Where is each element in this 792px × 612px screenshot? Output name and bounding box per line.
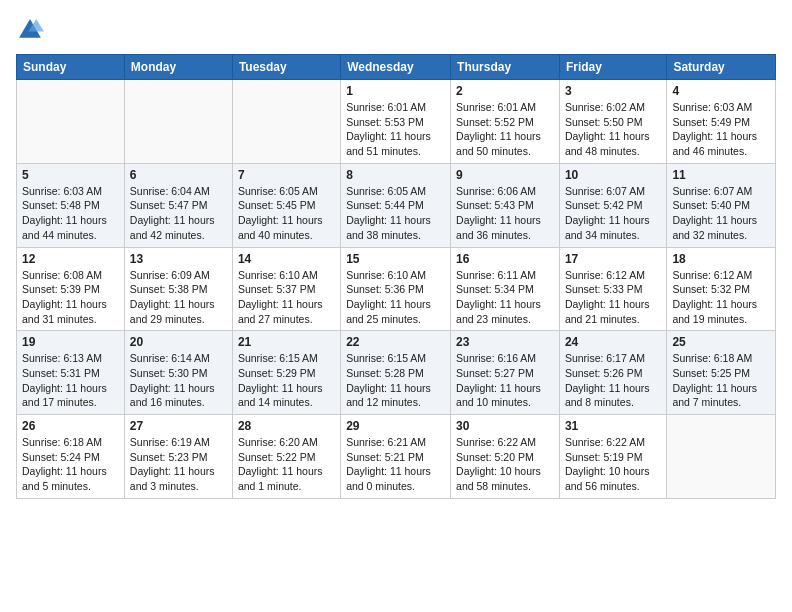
calendar-week-row: 5Sunrise: 6:03 AM Sunset: 5:48 PM Daylig…: [17, 163, 776, 247]
calendar-week-row: 19Sunrise: 6:13 AM Sunset: 5:31 PM Dayli…: [17, 331, 776, 415]
calendar-cell: 8Sunrise: 6:05 AM Sunset: 5:44 PM Daylig…: [341, 163, 451, 247]
day-number: 24: [565, 335, 661, 349]
calendar-week-row: 12Sunrise: 6:08 AM Sunset: 5:39 PM Dayli…: [17, 247, 776, 331]
weekday-header: Monday: [124, 55, 232, 80]
weekday-header: Friday: [559, 55, 666, 80]
day-info: Sunrise: 6:04 AM Sunset: 5:47 PM Dayligh…: [130, 184, 227, 243]
day-number: 7: [238, 168, 335, 182]
calendar-cell: 15Sunrise: 6:10 AM Sunset: 5:36 PM Dayli…: [341, 247, 451, 331]
calendar-cell: 6Sunrise: 6:04 AM Sunset: 5:47 PM Daylig…: [124, 163, 232, 247]
day-info: Sunrise: 6:10 AM Sunset: 5:37 PM Dayligh…: [238, 268, 335, 327]
day-number: 17: [565, 252, 661, 266]
calendar-cell: 4Sunrise: 6:03 AM Sunset: 5:49 PM Daylig…: [667, 80, 776, 164]
calendar-cell: 10Sunrise: 6:07 AM Sunset: 5:42 PM Dayli…: [559, 163, 666, 247]
day-number: 31: [565, 419, 661, 433]
day-info: Sunrise: 6:12 AM Sunset: 5:32 PM Dayligh…: [672, 268, 770, 327]
day-info: Sunrise: 6:11 AM Sunset: 5:34 PM Dayligh…: [456, 268, 554, 327]
day-number: 20: [130, 335, 227, 349]
day-number: 23: [456, 335, 554, 349]
weekday-header: Tuesday: [232, 55, 340, 80]
day-number: 6: [130, 168, 227, 182]
day-number: 19: [22, 335, 119, 349]
day-info: Sunrise: 6:14 AM Sunset: 5:30 PM Dayligh…: [130, 351, 227, 410]
calendar-cell: 29Sunrise: 6:21 AM Sunset: 5:21 PM Dayli…: [341, 415, 451, 499]
calendar-cell: 5Sunrise: 6:03 AM Sunset: 5:48 PM Daylig…: [17, 163, 125, 247]
day-number: 4: [672, 84, 770, 98]
day-number: 9: [456, 168, 554, 182]
calendar-cell: 31Sunrise: 6:22 AM Sunset: 5:19 PM Dayli…: [559, 415, 666, 499]
day-number: 8: [346, 168, 445, 182]
day-info: Sunrise: 6:03 AM Sunset: 5:49 PM Dayligh…: [672, 100, 770, 159]
day-info: Sunrise: 6:07 AM Sunset: 5:42 PM Dayligh…: [565, 184, 661, 243]
day-number: 14: [238, 252, 335, 266]
calendar-table: SundayMondayTuesdayWednesdayThursdayFrid…: [16, 54, 776, 499]
day-info: Sunrise: 6:18 AM Sunset: 5:25 PM Dayligh…: [672, 351, 770, 410]
day-info: Sunrise: 6:03 AM Sunset: 5:48 PM Dayligh…: [22, 184, 119, 243]
day-info: Sunrise: 6:05 AM Sunset: 5:45 PM Dayligh…: [238, 184, 335, 243]
calendar-cell: 26Sunrise: 6:18 AM Sunset: 5:24 PM Dayli…: [17, 415, 125, 499]
day-number: 10: [565, 168, 661, 182]
day-info: Sunrise: 6:01 AM Sunset: 5:52 PM Dayligh…: [456, 100, 554, 159]
calendar-cell: 16Sunrise: 6:11 AM Sunset: 5:34 PM Dayli…: [451, 247, 560, 331]
calendar-cell: 12Sunrise: 6:08 AM Sunset: 5:39 PM Dayli…: [17, 247, 125, 331]
day-info: Sunrise: 6:12 AM Sunset: 5:33 PM Dayligh…: [565, 268, 661, 327]
day-info: Sunrise: 6:05 AM Sunset: 5:44 PM Dayligh…: [346, 184, 445, 243]
weekday-header: Saturday: [667, 55, 776, 80]
calendar-cell: 25Sunrise: 6:18 AM Sunset: 5:25 PM Dayli…: [667, 331, 776, 415]
day-info: Sunrise: 6:20 AM Sunset: 5:22 PM Dayligh…: [238, 435, 335, 494]
calendar-cell: 18Sunrise: 6:12 AM Sunset: 5:32 PM Dayli…: [667, 247, 776, 331]
calendar-week-row: 1Sunrise: 6:01 AM Sunset: 5:53 PM Daylig…: [17, 80, 776, 164]
day-number: 2: [456, 84, 554, 98]
day-number: 22: [346, 335, 445, 349]
day-info: Sunrise: 6:06 AM Sunset: 5:43 PM Dayligh…: [456, 184, 554, 243]
calendar-cell: 9Sunrise: 6:06 AM Sunset: 5:43 PM Daylig…: [451, 163, 560, 247]
day-number: 12: [22, 252, 119, 266]
calendar-cell: 1Sunrise: 6:01 AM Sunset: 5:53 PM Daylig…: [341, 80, 451, 164]
calendar-cell: 19Sunrise: 6:13 AM Sunset: 5:31 PM Dayli…: [17, 331, 125, 415]
day-number: 28: [238, 419, 335, 433]
day-info: Sunrise: 6:22 AM Sunset: 5:20 PM Dayligh…: [456, 435, 554, 494]
day-info: Sunrise: 6:16 AM Sunset: 5:27 PM Dayligh…: [456, 351, 554, 410]
calendar-cell: 11Sunrise: 6:07 AM Sunset: 5:40 PM Dayli…: [667, 163, 776, 247]
logo: [16, 16, 48, 44]
calendar-cell: 24Sunrise: 6:17 AM Sunset: 5:26 PM Dayli…: [559, 331, 666, 415]
calendar-cell: 21Sunrise: 6:15 AM Sunset: 5:29 PM Dayli…: [232, 331, 340, 415]
calendar-cell: 7Sunrise: 6:05 AM Sunset: 5:45 PM Daylig…: [232, 163, 340, 247]
logo-icon: [16, 16, 44, 44]
day-number: 29: [346, 419, 445, 433]
day-info: Sunrise: 6:18 AM Sunset: 5:24 PM Dayligh…: [22, 435, 119, 494]
day-number: 11: [672, 168, 770, 182]
weekday-header: Sunday: [17, 55, 125, 80]
day-info: Sunrise: 6:07 AM Sunset: 5:40 PM Dayligh…: [672, 184, 770, 243]
day-info: Sunrise: 6:21 AM Sunset: 5:21 PM Dayligh…: [346, 435, 445, 494]
day-info: Sunrise: 6:01 AM Sunset: 5:53 PM Dayligh…: [346, 100, 445, 159]
day-number: 27: [130, 419, 227, 433]
calendar-cell: 2Sunrise: 6:01 AM Sunset: 5:52 PM Daylig…: [451, 80, 560, 164]
calendar-cell: 13Sunrise: 6:09 AM Sunset: 5:38 PM Dayli…: [124, 247, 232, 331]
calendar-cell: 14Sunrise: 6:10 AM Sunset: 5:37 PM Dayli…: [232, 247, 340, 331]
day-info: Sunrise: 6:08 AM Sunset: 5:39 PM Dayligh…: [22, 268, 119, 327]
day-number: 21: [238, 335, 335, 349]
day-info: Sunrise: 6:15 AM Sunset: 5:28 PM Dayligh…: [346, 351, 445, 410]
day-info: Sunrise: 6:17 AM Sunset: 5:26 PM Dayligh…: [565, 351, 661, 410]
calendar-cell: 27Sunrise: 6:19 AM Sunset: 5:23 PM Dayli…: [124, 415, 232, 499]
page-header: [16, 16, 776, 44]
calendar-cell: [17, 80, 125, 164]
weekday-header: Thursday: [451, 55, 560, 80]
calendar-cell: 3Sunrise: 6:02 AM Sunset: 5:50 PM Daylig…: [559, 80, 666, 164]
calendar-cell: 23Sunrise: 6:16 AM Sunset: 5:27 PM Dayli…: [451, 331, 560, 415]
day-info: Sunrise: 6:15 AM Sunset: 5:29 PM Dayligh…: [238, 351, 335, 410]
day-number: 3: [565, 84, 661, 98]
day-number: 13: [130, 252, 227, 266]
day-number: 1: [346, 84, 445, 98]
day-number: 26: [22, 419, 119, 433]
day-number: 5: [22, 168, 119, 182]
calendar-cell: 28Sunrise: 6:20 AM Sunset: 5:22 PM Dayli…: [232, 415, 340, 499]
calendar-week-row: 26Sunrise: 6:18 AM Sunset: 5:24 PM Dayli…: [17, 415, 776, 499]
day-info: Sunrise: 6:22 AM Sunset: 5:19 PM Dayligh…: [565, 435, 661, 494]
day-number: 18: [672, 252, 770, 266]
day-info: Sunrise: 6:02 AM Sunset: 5:50 PM Dayligh…: [565, 100, 661, 159]
calendar-cell: 30Sunrise: 6:22 AM Sunset: 5:20 PM Dayli…: [451, 415, 560, 499]
day-number: 25: [672, 335, 770, 349]
day-number: 30: [456, 419, 554, 433]
